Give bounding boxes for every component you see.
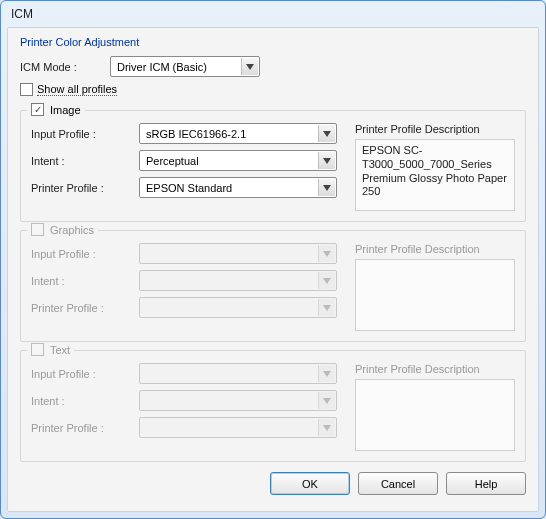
titlebar: ICM (1, 1, 545, 27)
icm-mode-label: ICM Mode : (20, 61, 110, 73)
graphics-input-profile-dropdown (139, 243, 337, 264)
group-graphics-header: Graphics (27, 223, 98, 236)
text-intent-dropdown (139, 390, 337, 411)
chevron-down-icon (318, 152, 335, 169)
image-printer-profile-dropdown[interactable]: EPSON Standard (139, 177, 337, 198)
chevron-down-icon (318, 245, 335, 262)
cancel-button[interactable]: Cancel (358, 472, 438, 495)
text-desc-box (355, 379, 515, 451)
image-input-profile-label: Input Profile : (31, 128, 139, 140)
group-graphics: Graphics Input Profile : Intent : (20, 230, 526, 342)
graphics-desc-box (355, 259, 515, 331)
graphics-desc-title: Printer Profile Description (355, 243, 515, 255)
text-printer-profile-dropdown (139, 417, 337, 438)
text-input-profile-dropdown (139, 363, 337, 384)
chevron-down-icon (318, 179, 335, 196)
icm-mode-row: ICM Mode : Driver ICM (Basic) (20, 56, 526, 77)
chevron-down-icon (318, 125, 335, 142)
show-all-checkbox[interactable] (20, 83, 33, 96)
client-area: Printer Color Adjustment ICM Mode : Driv… (7, 27, 539, 512)
chevron-down-icon (318, 299, 335, 316)
icm-mode-dropdown[interactable]: Driver ICM (Basic) (110, 56, 260, 77)
chevron-down-icon (318, 419, 335, 436)
group-text-header: Text (27, 343, 74, 356)
image-intent-value: Perceptual (146, 155, 199, 167)
graphics-intent-dropdown (139, 270, 337, 291)
chevron-down-icon (318, 392, 335, 409)
group-image: ✓ Image Input Profile : sRGB IEC61966-2.… (20, 110, 526, 222)
text-intent-label: Intent : (31, 395, 139, 407)
graphics-input-profile-label: Input Profile : (31, 248, 139, 260)
text-title: Text (50, 344, 70, 356)
show-all-row: Show all profiles (20, 83, 526, 96)
ok-button[interactable]: OK (270, 472, 350, 495)
image-desc-title: Printer Profile Description (355, 123, 515, 135)
graphics-checkbox[interactable] (31, 223, 44, 236)
text-input-profile-label: Input Profile : (31, 368, 139, 380)
image-checkbox[interactable]: ✓ (31, 103, 44, 116)
image-intent-label: Intent : (31, 155, 139, 167)
text-printer-profile-label: Printer Profile : (31, 422, 139, 434)
icm-mode-value: Driver ICM (Basic) (117, 61, 207, 73)
image-printer-profile-label: Printer Profile : (31, 182, 139, 194)
image-title: Image (50, 104, 81, 116)
text-desc-title: Printer Profile Description (355, 363, 515, 375)
help-button[interactable]: Help (446, 472, 526, 495)
image-input-profile-value: sRGB IEC61966-2.1 (146, 128, 246, 140)
image-printer-profile-value: EPSON Standard (146, 182, 232, 194)
window-title: ICM (11, 7, 33, 21)
text-checkbox[interactable] (31, 343, 44, 356)
chevron-down-icon (241, 58, 258, 75)
button-bar: OK Cancel Help (20, 472, 526, 495)
image-intent-dropdown[interactable]: Perceptual (139, 150, 337, 171)
graphics-title: Graphics (50, 224, 94, 236)
image-input-profile-dropdown[interactable]: sRGB IEC61966-2.1 (139, 123, 337, 144)
chevron-down-icon (318, 365, 335, 382)
show-all-label[interactable]: Show all profiles (37, 83, 117, 96)
chevron-down-icon (318, 272, 335, 289)
section-title: Printer Color Adjustment (20, 36, 526, 48)
graphics-printer-profile-dropdown (139, 297, 337, 318)
graphics-printer-profile-label: Printer Profile : (31, 302, 139, 314)
icm-dialog: ICM Printer Color Adjustment ICM Mode : … (0, 0, 546, 519)
image-desc-box: EPSON SC-T3000_5000_7000_Series Premium … (355, 139, 515, 211)
graphics-intent-label: Intent : (31, 275, 139, 287)
group-image-header: ✓ Image (27, 103, 85, 116)
group-text: Text Input Profile : Intent : (20, 350, 526, 462)
